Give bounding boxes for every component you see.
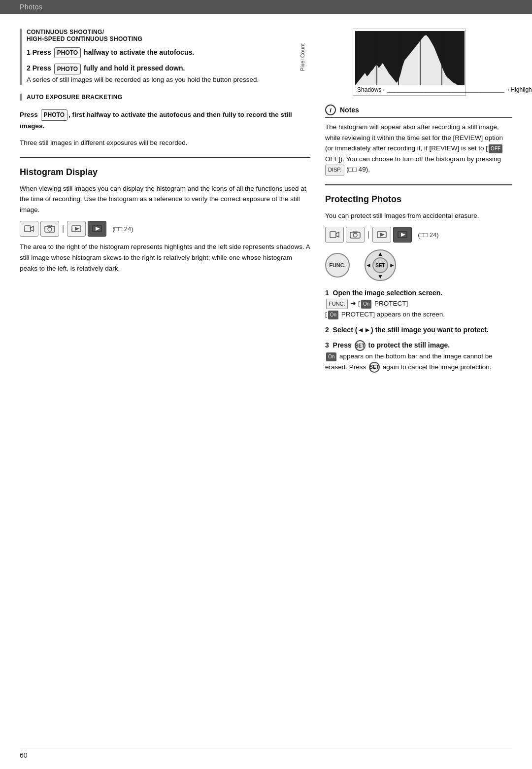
set-circle-inline-3: SET bbox=[355, 340, 366, 351]
disp-btn: DISP. bbox=[325, 165, 344, 175]
set-arrow-right: ► bbox=[389, 262, 395, 269]
photo-btn-1: PHOTO bbox=[54, 47, 81, 58]
page-number: 60 bbox=[20, 751, 28, 759]
histogram-section-title: Histogram Display bbox=[20, 167, 310, 177]
notes-header: i Notes bbox=[325, 105, 512, 118]
set-button-wrap: SET ▲ ▼ ◄ ► bbox=[365, 249, 396, 281]
protect-step-1: 1 Open the image selection screen. FUNC.… bbox=[325, 288, 512, 320]
continuous-shooting-section: Continuous Shooting/ High-Speed Continuo… bbox=[20, 29, 310, 85]
svg-marker-21 bbox=[380, 233, 385, 237]
func-inline-btn: FUNC. bbox=[326, 299, 348, 310]
page-footer: 60 bbox=[20, 748, 512, 759]
auto-exposure-title: Auto Exposure Bracketing bbox=[27, 94, 310, 101]
svg-rect-0 bbox=[25, 226, 31, 232]
histogram-mode-icons: | (□□ 24) bbox=[20, 221, 310, 237]
photo-btn-aeb: PHOTO bbox=[41, 109, 67, 121]
divider-1 bbox=[20, 157, 310, 158]
set-arrow-down: ▼ bbox=[377, 273, 383, 280]
histogram-diagram-wrap: Pixel Count Shadows ←⎯⎯ bbox=[325, 29, 512, 96]
left-column: Continuous Shooting/ High-Speed Continuo… bbox=[20, 29, 310, 378]
histogram-svg bbox=[355, 31, 465, 85]
svg-marker-16 bbox=[336, 232, 339, 237]
pixel-count-label: Pixel Count bbox=[299, 43, 305, 71]
mode-icon-video bbox=[20, 221, 38, 237]
protecting-page-ref: (□□ 24) bbox=[418, 231, 438, 239]
page-header: Photos bbox=[0, 0, 532, 14]
histogram-page-ref: (□□ 24) bbox=[112, 225, 133, 233]
mode-icon-play bbox=[67, 221, 86, 237]
histogram-chart: Shadows ←⎯⎯⎯⎯⎯⎯⎯⎯⎯⎯⎯⎯⎯⎯⎯⎯⎯⎯⎯⎯⎯⎯⎯⎯⎯⎯⎯⎯⎯⎯⎯… bbox=[353, 29, 466, 96]
set-inner-button[interactable]: SET bbox=[372, 257, 388, 273]
protecting-mode-icons: | (□□ 24) bbox=[325, 227, 512, 243]
step-2: 2 Press PHOTO fully and hold it pressed … bbox=[27, 63, 310, 85]
func-set-buttons: FUNC. SET ▲ ▼ ◄ ► bbox=[325, 249, 512, 281]
svg-point-3 bbox=[48, 227, 52, 231]
info-icon: i bbox=[325, 105, 336, 115]
protecting-icon-video bbox=[325, 227, 344, 243]
header-title: Photos bbox=[20, 3, 43, 11]
notes-box: i Notes The histogram will appear also a… bbox=[325, 105, 512, 175]
protect-step-3: 3 Press SET to protect the still image. … bbox=[325, 340, 512, 373]
notes-label: Notes bbox=[340, 106, 359, 114]
set-arrow-up: ▲ bbox=[377, 250, 383, 257]
svg-rect-15 bbox=[330, 232, 336, 238]
auto-exposure-body: Three still images in different exposure… bbox=[20, 138, 310, 148]
protecting-icon-camera bbox=[346, 227, 365, 243]
protecting-icon-play-active bbox=[393, 227, 412, 243]
svg-marker-6 bbox=[75, 227, 79, 231]
set-circle-inline-3b: SET bbox=[369, 362, 380, 373]
on-badge-protect-3: On bbox=[326, 352, 336, 361]
svg-marker-1 bbox=[31, 226, 33, 231]
mode-icon-play-active bbox=[88, 221, 106, 237]
continuous-shooting-title: Continuous Shooting/ High-Speed Continuo… bbox=[27, 29, 310, 42]
step-1: 1 Press PHOTO halfway to activate the au… bbox=[27, 47, 310, 58]
off-badge: OFF bbox=[489, 144, 502, 153]
histogram-labels: Shadows ←⎯⎯⎯⎯⎯⎯⎯⎯⎯⎯⎯⎯⎯⎯⎯⎯⎯⎯⎯⎯⎯⎯⎯⎯⎯⎯⎯⎯⎯⎯⎯… bbox=[355, 86, 464, 93]
on-badge-protect-2: On bbox=[328, 311, 338, 319]
histogram-arrow: ←⎯⎯⎯⎯⎯⎯⎯⎯⎯⎯⎯⎯⎯⎯⎯⎯⎯⎯⎯⎯⎯⎯⎯⎯⎯⎯⎯⎯⎯⎯⎯⎯⎯⎯→ bbox=[381, 86, 510, 93]
right-column: Pixel Count Shadows ←⎯⎯ bbox=[325, 29, 512, 378]
protecting-photos-title: Protecting Photos bbox=[325, 194, 512, 205]
histogram-body-2: The area to the right of the histogram r… bbox=[20, 242, 310, 274]
set-arrow-left: ◄ bbox=[366, 262, 371, 269]
photo-btn-2: PHOTO bbox=[54, 64, 81, 74]
mode-icon-camera bbox=[40, 221, 59, 237]
svg-point-18 bbox=[353, 233, 357, 237]
on-badge-protect-1: On bbox=[361, 300, 371, 309]
protecting-icon-play bbox=[372, 227, 391, 243]
histogram-body-1: When viewing still images you can displa… bbox=[20, 183, 310, 215]
auto-exposure-bold: Press PHOTO, first halfway to activate t… bbox=[20, 109, 310, 132]
protect-step-2: 2 Select (◄►) the still image you want t… bbox=[325, 325, 512, 335]
auto-exposure-section: Auto Exposure Bracketing bbox=[20, 94, 310, 101]
highlights-label: Highlights bbox=[510, 86, 532, 93]
notes-text: The histogram will appear also after rec… bbox=[325, 122, 512, 175]
shadows-label: Shadows bbox=[357, 86, 381, 93]
protecting-intro: You can protect still images from accide… bbox=[325, 210, 512, 221]
func-button[interactable]: FUNC. bbox=[325, 253, 350, 278]
divider-protecting bbox=[325, 184, 512, 185]
